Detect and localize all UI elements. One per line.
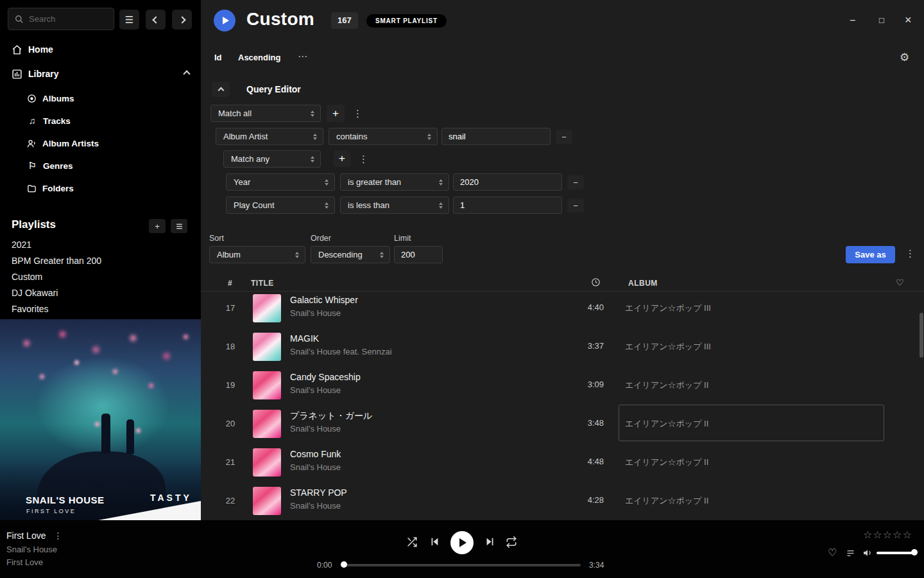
star-icon[interactable]: ☆	[873, 529, 882, 541]
group2-menu-button[interactable]: ⋮	[359, 153, 368, 165]
rule1-operator-select[interactable]: contains	[329, 128, 438, 145]
queue-button[interactable]	[846, 548, 855, 561]
query-editor-collapse-button[interactable]	[212, 82, 230, 97]
rule3-field-select[interactable]: Play Count	[226, 197, 335, 214]
add-rule-button-group1[interactable]: +	[327, 105, 345, 122]
table-row[interactable]: 19 Candy Spaceship Snail's House 3:09 エイ…	[201, 366, 924, 405]
rule3-operator-select[interactable]: is less than	[340, 197, 449, 214]
track-album: エイリアン☆ポップ II	[625, 380, 708, 391]
playlist-item-2021[interactable]: 2021	[0, 237, 201, 253]
table-row[interactable]: 18 MAGIK Snail's House feat. Sennzai 3:3…	[201, 328, 924, 366]
scrollbar-thumb[interactable]	[920, 313, 923, 358]
rule3-remove-button[interactable]: −	[567, 198, 584, 213]
sidebar-item-home[interactable]: Home	[0, 40, 201, 59]
settings-button[interactable]: ⚙	[900, 51, 909, 64]
rule1-field-select[interactable]: Album Artist	[216, 128, 323, 145]
select-caret-icon	[325, 179, 329, 186]
sidebar-item-folders[interactable]: Folders	[0, 179, 201, 197]
rule3-field-value: Play Count	[234, 200, 275, 210]
play-pause-button[interactable]	[450, 531, 474, 554]
track-title: STARRY POP	[290, 487, 347, 498]
track-rating[interactable]: ☆ ☆ ☆ ☆ ☆	[863, 529, 912, 541]
playlist-item-custom[interactable]: Custom	[0, 269, 201, 285]
rule2-remove-button[interactable]: −	[567, 175, 584, 189]
sort-field-button[interactable]: Id	[214, 53, 222, 62]
playlist-item-bpm[interactable]: BPM Greater than 200	[0, 253, 201, 269]
volume-slider[interactable]	[877, 552, 914, 554]
star-icon[interactable]: ☆	[902, 529, 911, 541]
kebab-icon: ⋮	[905, 248, 915, 259]
kebab-icon: ⋮	[353, 108, 363, 119]
volume-knob[interactable]	[911, 549, 918, 556]
minimize-button[interactable]: −	[850, 15, 855, 26]
table-row[interactable]: 17 Galactic Whisper Snail's House 4:40 エ…	[201, 289, 924, 328]
column-header-title[interactable]: TITLE	[251, 279, 274, 288]
rule1-remove-button[interactable]: −	[556, 130, 572, 144]
sort-menu-button[interactable]: ⋮	[905, 248, 915, 259]
forward-button[interactable]	[172, 10, 192, 30]
limit-input[interactable]	[394, 246, 443, 263]
folders-label: Folders	[42, 184, 74, 193]
seek-knob[interactable]	[341, 561, 347, 568]
menu-button[interactable]: ☰	[119, 10, 139, 30]
next-track-button[interactable]	[484, 536, 495, 550]
rule2-operator-select[interactable]: is greater than	[340, 173, 449, 191]
back-button[interactable]	[146, 10, 166, 30]
favorite-button[interactable]: ♡	[828, 547, 837, 559]
playlist-item-favorites[interactable]: Favorites	[0, 301, 201, 317]
close-button[interactable]: ×	[905, 14, 912, 26]
add-rule-button-group2[interactable]: +	[334, 150, 350, 167]
rule2-field-select[interactable]: Year	[226, 173, 335, 191]
table-row[interactable]: 21 Cosmo Funk Snail's House 4:48 エイリアン☆ポ…	[201, 443, 924, 482]
library-label: Library	[28, 69, 58, 79]
star-icon[interactable]: ☆	[863, 529, 872, 541]
star-icon[interactable]: ☆	[893, 529, 902, 541]
add-playlist-button[interactable]: +	[149, 219, 166, 233]
playlist-view-button[interactable]	[171, 219, 187, 233]
sort-select[interactable]: Album	[209, 246, 305, 263]
table-row[interactable]: 20 プラネット・ガール Snail's House 3:48 エイリアン☆ポッ…	[201, 405, 924, 443]
maximize-button[interactable]: □	[879, 16, 884, 24]
main-panel: Custom 167 SMART PLAYLIST − □ × Id Ascen…	[201, 0, 924, 520]
track-duration: 3:48	[567, 418, 604, 428]
rule3-operator-value: is less than	[348, 200, 389, 210]
repeat-button[interactable]	[506, 536, 517, 550]
track-duration: 4:48	[567, 457, 604, 466]
sidebar-item-library[interactable]: Library	[0, 64, 201, 83]
now-playing-artwork[interactable]: SNAIL'S HOUSE FIRST LOVE TASTY	[0, 319, 201, 520]
artwork-artist-text: SNAIL'S HOUSE	[26, 495, 105, 505]
artwork-figure-left	[101, 414, 110, 453]
playlist-item-dj-okawari[interactable]: DJ Okawari	[0, 285, 201, 301]
duration-column-clock-icon[interactable]	[591, 277, 601, 287]
column-header-index[interactable]: #	[228, 279, 232, 288]
seek-bar[interactable]	[343, 564, 581, 566]
favorite-column-heart-icon[interactable]: ♡	[896, 277, 904, 288]
search-box[interactable]	[8, 8, 114, 30]
table-row[interactable]: 22 STARRY POP Snail's House 4:28 エイリアン☆ポ…	[201, 482, 924, 520]
sidebar-item-genres[interactable]: ⚐ Genres	[0, 157, 201, 175]
group2-match-select[interactable]: Match any	[223, 150, 321, 168]
search-input[interactable]	[29, 14, 107, 24]
play-playlist-button[interactable]	[214, 10, 235, 31]
save-as-button[interactable]: Save as	[846, 246, 895, 263]
rule2-value-input[interactable]	[453, 173, 562, 191]
sidebar-item-album-artists[interactable]: Album Artists	[0, 134, 201, 152]
group1-match-select[interactable]: Match all	[210, 105, 321, 122]
now-playing-menu-button[interactable]: ⋮	[53, 530, 62, 541]
order-select[interactable]: Descending	[311, 246, 390, 263]
volume-button[interactable]	[862, 548, 873, 561]
sort-direction-button[interactable]: Ascending	[238, 53, 280, 62]
more-options-button[interactable]: ⋯	[298, 51, 307, 62]
rule3-value-input[interactable]	[453, 197, 562, 214]
shuffle-button[interactable]	[406, 536, 418, 550]
star-icon[interactable]: ☆	[883, 529, 892, 541]
previous-track-button[interactable]	[429, 536, 440, 550]
group1-menu-button[interactable]: ⋮	[353, 108, 363, 119]
sidebar-item-tracks[interactable]: ♫ Tracks	[0, 112, 201, 130]
column-header-album[interactable]: ALBUM	[628, 279, 658, 288]
track-title: プラネット・ガール	[290, 410, 372, 422]
select-caret-icon	[311, 110, 314, 117]
sidebar-item-albums[interactable]: Albums	[0, 89, 201, 107]
limit-label: Limit	[394, 234, 411, 243]
rule1-value-input[interactable]	[441, 128, 551, 145]
